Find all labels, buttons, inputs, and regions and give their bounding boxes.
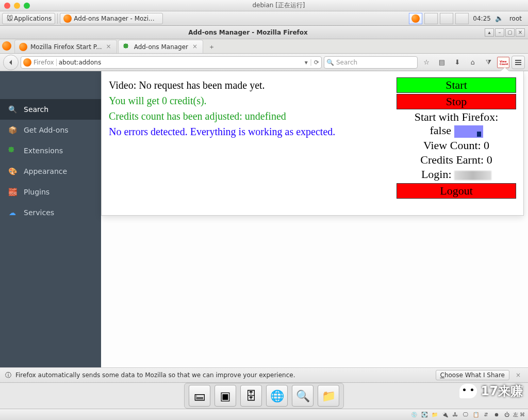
tab-strip: Mozilla Firefox Start P... × Add-ons Man… — [0, 39, 528, 54]
infobar-close-button[interactable]: × — [514, 371, 523, 379]
tray-disc-icon[interactable]: 💿 — [410, 411, 418, 419]
workspace-4[interactable] — [455, 13, 469, 24]
tray-clipboard-icon[interactable]: 📋 — [472, 411, 480, 419]
sidebar-label: Appearance — [24, 167, 67, 175]
dock-panel: 🖴 ▣ 🗄 🌐 🔍 📁 — [0, 383, 528, 409]
tray-usb-icon[interactable]: 🔌 — [441, 411, 449, 419]
tray-display-icon[interactable]: 🖵 — [461, 411, 470, 419]
reload-icon[interactable]: ⟳ — [314, 59, 319, 66]
sidebar-item-extensions[interactable]: Extensions — [0, 140, 101, 161]
minimize-icon[interactable] — [14, 3, 20, 9]
back-button[interactable] — [3, 55, 19, 70]
url-text: about:addons — [59, 59, 101, 66]
pocket-icon[interactable]: ⧩ — [482, 56, 495, 69]
mac-titlebar: debian [正在运行] — [0, 0, 528, 11]
search-icon: 🔍 — [7, 104, 18, 115]
volume-icon[interactable]: 🔈 — [495, 14, 503, 23]
choose-share-button[interactable]: Choose What I Share — [436, 370, 509, 380]
firefox-title: Add-ons Manager - Mozilla Firefox — [14, 29, 482, 36]
addons-sidebar: 🔍 Search 📦 Get Add-ons Extensions 🎨 Appe… — [0, 71, 101, 367]
tab-close-button[interactable]: × — [105, 43, 112, 51]
tab-label: Add-ons Manager — [134, 43, 188, 51]
search-icon: 🔍 — [326, 59, 334, 66]
workspace-1[interactable] — [409, 13, 422, 24]
applications-label: Applications — [14, 15, 52, 22]
puzzle-icon — [123, 43, 131, 51]
credits-row: Credits Earnt: 0 — [397, 153, 516, 167]
tray-recording-icon[interactable]: ⏺ — [492, 411, 501, 419]
window-title: debian [正在运行] — [34, 1, 524, 10]
dock-terminal-icon[interactable]: ▣ — [214, 385, 236, 407]
dropdown-icon[interactable]: ▾ — [305, 59, 308, 66]
sidebar-item-get-addons[interactable]: 📦 Get Add-ons — [0, 120, 101, 140]
new-tab-button[interactable]: ＋ — [204, 41, 219, 53]
nav-toolbar: Firefox about:addons ▾ | ⟳ 🔍 Search ☆ ▤ … — [0, 54, 528, 71]
window-minimize-button[interactable]: – — [495, 28, 504, 37]
library-icon[interactable]: ▤ — [435, 56, 449, 69]
vm-statusbar: 💿 💽 📁 🔌 🖧 🖵 📋 ⇵ ⏺ ⏻ 左 ⌘ — [0, 409, 528, 420]
info-icon: ⓘ — [5, 371, 11, 380]
panel-clock: 04:25 — [471, 15, 493, 22]
desktop-panel: 🐭 Applications Add-ons Manager - Mozi...… — [0, 11, 528, 26]
tray-disk-icon[interactable]: 💽 — [420, 411, 428, 419]
dock-search-doc-icon[interactable]: 🔍 — [292, 385, 314, 407]
url-identity: Firefox — [34, 59, 57, 66]
window-close-button[interactable]: × — [516, 28, 525, 37]
start-with-firefox-toggle[interactable] — [454, 125, 483, 138]
tray-host-key: 左 ⌘ — [513, 411, 525, 418]
firefox-identity-icon — [23, 58, 31, 67]
sidebar-label: Get Add-ons — [24, 126, 69, 134]
bookmark-star-icon[interactable]: ☆ — [420, 56, 433, 69]
tray-power-icon[interactable]: ⏻ — [503, 411, 511, 419]
extension-badge-icon[interactable]: ViewCount — [497, 57, 509, 68]
start-with-firefox-row: Start with Firefox: false — [397, 110, 516, 138]
tray-shared-icon[interactable]: ⇵ — [482, 411, 490, 419]
popout-msg-status: No errors detected. Everything is workin… — [109, 124, 397, 139]
tray-network-icon[interactable]: 🖧 — [451, 411, 459, 419]
sidebar-item-plugins[interactable]: 🧱 Plugins — [0, 182, 101, 202]
dock-files-icon[interactable]: 🗄 — [240, 385, 262, 407]
search-bar[interactable]: 🔍 Search — [324, 56, 418, 69]
url-bar[interactable]: Firefox about:addons ▾ | ⟳ — [21, 56, 322, 69]
popout-msg-credits-adjusted: Credits count has been adjusted: undefin… — [109, 108, 397, 124]
addons-content: 🔍 Search 📦 Get Add-ons Extensions 🎨 Appe… — [0, 71, 528, 367]
login-row: Login: — [397, 168, 516, 181]
sidebar-item-services[interactable]: ☁ Services — [0, 202, 101, 223]
applications-menu[interactable]: 🐭 Applications — [2, 13, 55, 24]
window-rollup-button[interactable]: ▴ — [485, 28, 494, 37]
stop-button[interactable]: Stop — [397, 94, 516, 109]
tab-addons-manager[interactable]: Add-ons Manager × — [118, 40, 203, 53]
tab-start-page[interactable]: Mozilla Firefox Start P... × — [14, 40, 117, 53]
sidebar-item-search[interactable]: 🔍 Search — [0, 99, 101, 120]
dock-folder-icon[interactable]: 📁 — [318, 385, 339, 407]
panel-user[interactable]: root — [505, 15, 526, 22]
paint-icon: 🎨 — [7, 166, 18, 176]
tray-folder-icon[interactable]: 📁 — [431, 411, 439, 419]
view-count-row: View Count: 0 — [397, 139, 516, 152]
menu-button[interactable] — [512, 56, 525, 69]
sidebar-label: Extensions — [24, 147, 63, 155]
watermark-text: 17来赚 — [481, 383, 523, 399]
home-icon[interactable]: ⌂ — [466, 56, 480, 69]
logout-button[interactable]: Logout — [397, 183, 516, 199]
firefox-throbber-icon — [2, 41, 11, 51]
zoom-icon[interactable] — [24, 3, 30, 9]
tab-label: Mozilla Firefox Start P... — [30, 43, 102, 51]
taskbar-firefox[interactable]: Add-ons Manager - Mozi... — [60, 13, 163, 24]
firefox-mini-icon — [411, 14, 420, 23]
start-button[interactable]: Start — [397, 77, 516, 93]
sidebar-item-appearance[interactable]: 🎨 Appearance — [0, 161, 101, 182]
dock-browser-icon[interactable]: 🌐 — [266, 385, 288, 407]
mouse-icon: 🐭 — [6, 14, 14, 23]
tab-close-button[interactable]: × — [191, 43, 199, 51]
panel-separator — [57, 13, 58, 24]
downloads-icon[interactable]: ⬇ — [451, 56, 464, 69]
search-placeholder: Search — [336, 59, 357, 66]
dock-disk-icon[interactable]: 🖴 — [189, 385, 210, 407]
close-icon[interactable] — [4, 3, 10, 9]
workspace-2[interactable] — [424, 13, 438, 24]
popout-msg-credits-will: You will get 0 credit(s). — [109, 93, 397, 108]
workspace-3[interactable] — [440, 13, 453, 24]
firefox-header: Add-ons Manager - Mozilla Firefox ▴ – ▢ … — [0, 26, 528, 39]
window-maximize-button[interactable]: ▢ — [505, 28, 515, 37]
